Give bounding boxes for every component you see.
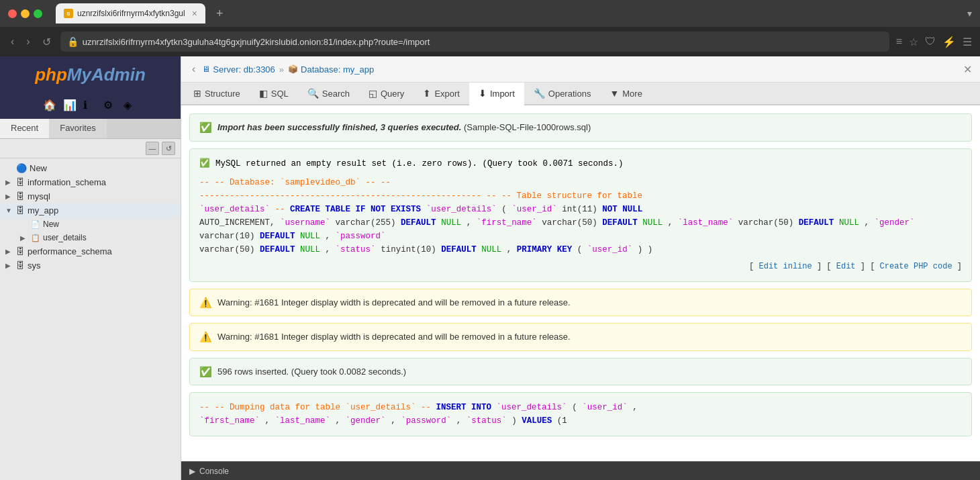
pma-logo: phpMyAdmin <box>11 64 170 85</box>
tab-operations[interactable]: 🔧 Operations <box>524 83 601 105</box>
sql-kw-create: CREATE TABLE <box>290 205 350 214</box>
sql-kw-default-1: DEFAULT <box>401 218 436 228</box>
sql-code-block: -- -- Database: `samplevideo_db` -- -- -… <box>199 176 962 256</box>
sidebar-item-information-schema[interactable]: ▶ 🗄 information_schema <box>0 175 181 189</box>
sql-dump-comma: , <box>632 403 638 412</box>
cylinder-icon-mysql: 🗄 <box>16 191 25 201</box>
refresh-button[interactable]: ↺ <box>40 33 54 51</box>
success-icon-2: ✅ <box>199 157 210 171</box>
sql-dump-comment: -- -- Dumping data for table `user_detai… <box>199 403 436 412</box>
sql-type-varchar-10: varchar(10) <box>199 232 260 241</box>
sql-comma-1: , <box>467 218 477 228</box>
sidebar-item-performance-schema[interactable]: ▶ 🗄 performance_schema <box>0 244 181 258</box>
sql-kw-primary: PRIMARY KEY <box>517 245 573 254</box>
table-new-icon: 📄 <box>31 220 40 229</box>
sql-table-name: `user_details` <box>199 205 270 214</box>
sql-type-tinyint: tinyint(10) <box>381 245 441 254</box>
fullscreen-window-button[interactable] <box>34 9 42 18</box>
shield-icon[interactable]: 🛡 <box>925 36 936 48</box>
warning-icon-1: ⚠️ <box>199 297 212 309</box>
sql-col-lastname: `last_name` <box>678 218 734 228</box>
console-bar[interactable]: ▶ Console <box>181 461 980 480</box>
create-php-link[interactable]: Create PHP code <box>880 262 952 271</box>
address-text: uznrzifslxi6rifrnyrm4xfytkn3guluha4tg6gx… <box>83 37 430 47</box>
warning-alert-1: ⚠️ Warning: #1681 Integer display width … <box>189 289 972 317</box>
database-icon[interactable]: 📊 <box>63 99 78 113</box>
breadcrumb-database[interactable]: 📦 Database: my_app <box>288 64 374 75</box>
expand-icon-perf: ▶ <box>5 248 13 255</box>
close-window-button[interactable] <box>8 9 17 18</box>
sidebar: phpMyAdmin 🏠 📊 ℹ ⚙ ◈ Recent Favorites — … <box>0 56 181 480</box>
sidebar-tabs: Recent Favorites <box>0 119 181 139</box>
sql-col-status: `status` <box>336 245 376 254</box>
tab-structure-label: Structure <box>205 89 240 99</box>
minimize-window-button[interactable] <box>21 9 30 18</box>
tab-more[interactable]: ▼ More <box>600 83 651 105</box>
bookmark-icon[interactable]: ☆ <box>909 36 918 48</box>
main-panel: ‹ 🖥 Server: db:3306 » 📦 Database: my_app… <box>181 56 980 480</box>
cylinder-icon-my-app: 🗄 <box>16 205 25 215</box>
tab-search-label: Search <box>322 89 350 99</box>
new-tab-button[interactable]: + <box>216 7 224 21</box>
lock-icon: 🔒 <box>67 36 79 47</box>
tab-export[interactable]: ⬆ Export <box>413 83 469 105</box>
reload-button[interactable]: ↺ <box>162 142 175 155</box>
sql-comment-1: -- -- Database: `samplevideo_db` -- -- <box>199 178 391 187</box>
address-bar[interactable]: 🔒 uznrzifslxi6rifrnyrm4xfytkn3guluha4tg6… <box>60 32 889 52</box>
tab-export-label: Export <box>434 89 460 99</box>
sql-dump-col-password: `password` <box>401 416 451 426</box>
info-icon[interactable]: ℹ <box>83 99 98 113</box>
breadcrumb-server[interactable]: 🖥 Server: db:3306 <box>202 64 275 75</box>
warning-text-2: Warning: #1681 Integer display width is … <box>217 330 571 344</box>
sql-dump-col-last: `last_name` <box>275 416 331 426</box>
tab-list-button[interactable]: ▾ <box>967 8 972 19</box>
settings-icon[interactable]: ⚙ <box>103 99 118 113</box>
sql-kw-default-2: DEFAULT <box>602 218 638 228</box>
forward-button[interactable]: › <box>23 33 32 50</box>
menu-icon[interactable]: ☰ <box>963 36 972 48</box>
sql-dump-cols: ( <box>572 403 577 412</box>
tab-close-button[interactable]: × <box>192 8 197 19</box>
success-icon-3: ✅ <box>199 366 212 378</box>
tab-sql[interactable]: ◧ SQL <box>250 83 298 105</box>
cylinder-icon-info: 🗄 <box>16 177 25 187</box>
sidebar-item-user-details[interactable]: ▶ 📋 user_details <box>0 231 181 244</box>
tab-search[interactable]: 🔍 Search <box>298 83 359 105</box>
sql-null-4: NULL <box>300 232 320 241</box>
sidebar-item-mysql[interactable]: ▶ 🗄 mysql <box>0 189 181 203</box>
browser-toolbar-icons: ≡ ☆ 🛡 ⚡ ☰ <box>896 36 972 48</box>
query-tab-icon: ◱ <box>369 88 377 99</box>
sql-paren-pk: ( <box>577 245 583 254</box>
sidebar-item-new[interactable]: 🔵 New <box>0 161 181 175</box>
sql-paren-open: ( <box>501 205 511 214</box>
sidebar-tab-recent[interactable]: Recent <box>0 119 49 138</box>
expand-icon-my-app: ▼ <box>5 207 13 214</box>
collapse-all-button[interactable]: — <box>146 142 159 155</box>
edit-inline-link[interactable]: Edit inline <box>759 262 812 271</box>
extras-icon[interactable]: ◈ <box>124 99 138 113</box>
sidebar-item-my-app[interactable]: ▼ 🗄 my_app <box>0 203 181 218</box>
sidebar-label-new-table: New <box>43 220 59 229</box>
panel-back-button[interactable]: ‹ <box>189 60 198 78</box>
sidebar-tab-favorites[interactable]: Favorites <box>49 119 106 138</box>
success-icon-1: ✅ <box>199 122 212 134</box>
reader-view-icon[interactable]: ≡ <box>896 36 902 48</box>
tab-import[interactable]: ⬇ Import <box>469 83 524 105</box>
edit-link[interactable]: Edit <box>836 262 856 271</box>
sidebar-label-user-details: user_details <box>43 233 87 242</box>
sql-col-gender: `gender` <box>874 218 914 228</box>
extensions-icon[interactable]: ⚡ <box>942 36 956 48</box>
sql-type-varchar-255: varchar(255) <box>336 218 401 228</box>
sidebar-item-sys[interactable]: ▶ 🗄 sys <box>0 258 181 273</box>
browser-tab[interactable]: S uznrzifslxi6rifrnyrm4xfytkn3gul × <box>56 3 205 23</box>
expand-icon-sys: ▶ <box>5 262 13 269</box>
expand-icon-info: ▶ <box>5 179 13 186</box>
home-icon[interactable]: 🏠 <box>43 99 58 113</box>
back-button[interactable]: ‹ <box>8 33 17 50</box>
panel-close-button[interactable]: ✕ <box>963 63 972 76</box>
sql-bracket-close: ] <box>957 262 962 271</box>
tab-sql-label: SQL <box>271 89 289 99</box>
sidebar-item-my-app-new[interactable]: 📄 New <box>0 218 181 231</box>
tab-query[interactable]: ◱ Query <box>359 83 413 105</box>
tab-structure[interactable]: ⊞ Structure <box>184 83 250 105</box>
